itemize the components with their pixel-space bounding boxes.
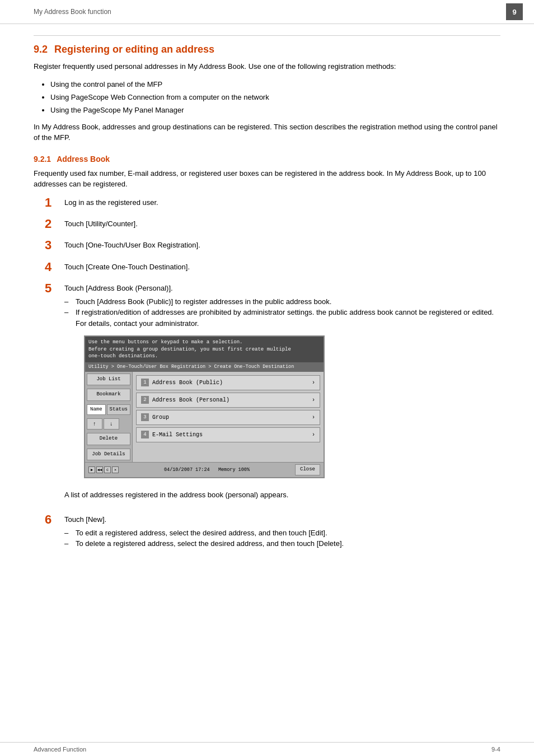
menu-label-2: Address Book (Personal) [152,396,229,404]
page-badge: 9 [506,3,523,20]
tab-row: Name Status [87,404,130,416]
mfp-right-panel: 1 Address Book (Public) › 2 Address Book… [133,372,324,463]
footer-left: Advanced Function [34,746,86,753]
mfp-memory: Memory 100% [218,467,250,473]
menu-number-3: 3 [141,413,149,421]
mfp-screenshot-container: Use the menu buttons or keypad to make a… [84,335,325,478]
job-details-btn[interactable]: Job Details [87,449,130,461]
step5-after-text: A list of addresses registered in the ad… [64,489,500,501]
header-title: My Address Book function [34,8,111,16]
step-1-number: 1 [45,195,64,210]
page-footer: Advanced Function 9-4 [0,742,534,756]
mfp-left-panel: Job List Bookmark Name Status ↑ ↓ [85,372,133,463]
step-2-content: Touch [Utility/Counter]. [64,218,500,230]
menu-number-4: 4 [141,431,149,438]
up-arrow[interactable]: ↑ [87,418,102,430]
step-4-content: Touch [Create One-Touch Destination]. [64,262,500,273]
mfp-breadcrumb: Utility > One-Touch/User Box Registratio… [85,362,324,372]
step-6-number: 6 [45,512,64,527]
status-icon-1: ▶ [88,466,95,473]
mfp-datetime: 04/10/2007 17:24 Memory 100% [164,466,250,474]
section-divider [34,35,500,36]
step-5-number: 5 [45,281,64,296]
step-5-sub-1: Touch [Address Book (Public)] to registe… [64,296,500,307]
menu-number-1: 1 [141,379,149,386]
step-2-number: 2 [45,217,64,231]
mfp-status-icons: ▶ ◀◀ c ✕ [88,466,119,473]
step-1: 1 Log in as the registered user. [45,195,500,210]
section-intro: Register frequently used personal addres… [34,61,500,72]
step-4-number: 4 [45,260,64,274]
menu-item-1[interactable]: 1 Address Book (Public) › [136,375,320,390]
status-icon-3: c [104,466,111,473]
footer-right: 9-4 [491,746,500,753]
subsection-description: Frequently used fax number, E-mail addre… [34,168,500,190]
step-6: 6 Touch [New]. To edit a registered addr… [45,512,500,549]
menu-arrow-3: › [312,413,315,422]
menu-item-3[interactable]: 3 Group › [136,410,320,425]
mfp-bottom-bar: ▶ ◀◀ c ✕ 04/10/2007 17:24 Memory 100% Cl… [85,462,324,477]
job-list-btn[interactable]: Job List [87,374,130,386]
section-heading: 9.2 Registering or editing an address [34,44,500,55]
tab-name[interactable]: Name [87,404,106,416]
step-3: 3 Touch [One-Touch/User Box Registration… [45,238,500,253]
bookmark-btn[interactable]: Bookmark [87,389,130,401]
step-5: 5 Touch [Address Book (Personal)]. Touch… [45,281,500,506]
mfp-close-btn[interactable]: Close [295,464,320,475]
menu-item-2[interactable]: 2 Address Book (Personal) › [136,393,320,408]
section-number: 9.2 [34,44,48,55]
menu-label-3: Group [152,413,169,422]
methods-list: Using the control panel of the MFP Using… [50,78,500,117]
subsection-heading: 9.2.1 Address Book [34,155,500,164]
steps-container: 1 Log in as the registered user. 2 Touch… [45,195,500,549]
menu-number-2: 2 [141,396,149,404]
menu-arrow-1: › [312,379,315,387]
mfp-body: Job List Bookmark Name Status ↑ ↓ [85,372,324,463]
status-icon-2: ◀◀ [96,466,103,473]
step-5-sub-2: If registration/edition of addresses are… [64,307,500,329]
section-description: In My Address Book, addresses and group … [34,122,500,143]
menu-arrow-4: › [312,431,315,439]
step-6-sub-1: To edit a registered address, select the… [64,528,500,539]
bullet-item: Using the control panel of the MFP [50,78,500,91]
down-arrow[interactable]: ↓ [104,418,119,430]
mfp-top-bar: Use the menu buttons or keypad to make a… [85,337,324,362]
step-5-subbullets: Touch [Address Book (Public)] to registe… [64,296,500,329]
status-icon-4: ✕ [112,466,119,473]
step-2: 2 Touch [Utility/Counter]. [45,217,500,231]
step-3-content: Touch [One-Touch/User Box Registration]. [64,240,500,251]
subsection-number: 9.2.1 [34,155,51,164]
menu-item-4[interactable]: 4 E-Mail Settings › [136,427,320,442]
mfp-top-line3: one-touch destinations. [88,353,320,360]
step-4: 4 Touch [Create One-Touch Destination]. [45,260,500,274]
page-header: My Address Book function 9 [0,0,534,24]
subsection-title: Address Book [57,155,110,164]
menu-label-4: E-Mail Settings [152,431,203,439]
bullet-item: Using PageScope Web Connection from a co… [50,91,500,104]
step-5-content: Touch [Address Book (Personal)]. Touch [… [64,283,500,506]
step-6-content: Touch [New]. To edit a registered addres… [64,514,500,549]
step-6-subbullets: To edit a registered address, select the… [64,528,500,549]
menu-arrow-2: › [312,396,315,404]
mfp-top-line2: Before creating a group destination, you… [88,346,320,353]
tab-status[interactable]: Status [107,404,130,416]
bullet-item: Using the PageScope My Panel Manager [50,104,500,116]
arrow-row: ↑ ↓ [87,418,130,430]
step-1-content: Log in as the registered user. [64,197,500,208]
delete-btn[interactable]: Delete [87,433,130,445]
step-3-number: 3 [45,238,64,253]
mfp-top-line1: Use the menu buttons or keypad to make a… [88,339,320,346]
section-title: Registering or editing an address [54,44,214,55]
main-content: 9.2 Registering or editing an address Re… [0,24,534,578]
step-6-sub-2: To delete a registered address, select t… [64,538,500,549]
menu-label-1: Address Book (Public) [152,379,223,387]
mfp-screen: Use the menu buttons or keypad to make a… [84,335,325,478]
